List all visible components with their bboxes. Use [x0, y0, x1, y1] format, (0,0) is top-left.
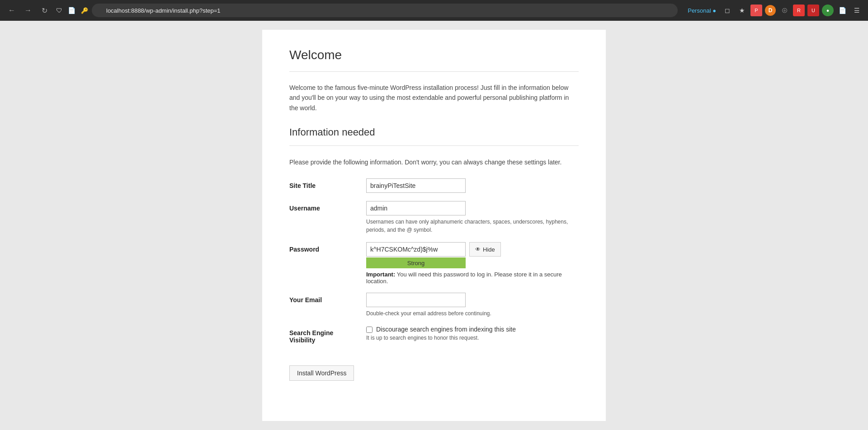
- section-divider: [289, 145, 579, 146]
- hide-password-button[interactable]: 👁 Hide: [469, 242, 501, 257]
- browser-toolbar: Personal ● ◻ ★ P D ⦾ R U ● 📄 ☰: [685, 5, 863, 16]
- password-content: Strong 👁 Hide Important: You will need t…: [366, 242, 579, 285]
- hide-button-label: Hide: [483, 246, 495, 253]
- title-divider: [289, 71, 579, 72]
- extensions-icon[interactable]: ◻: [722, 5, 733, 16]
- addon3-icon[interactable]: ●: [822, 5, 834, 16]
- search-engine-checkbox-label[interactable]: Discourage search engines from indexing …: [376, 326, 516, 333]
- browser-chrome: ← → ↻ 🛡 📄 🔑 Personal ● ◻ ★ P D ⦾ R U ● 📄…: [0, 0, 868, 21]
- password-strength-label: Strong: [407, 260, 425, 266]
- password-input[interactable]: [366, 242, 466, 257]
- password-strength-bar: Strong: [366, 257, 466, 268]
- site-title-input[interactable]: [366, 178, 466, 193]
- search-engine-checkbox-row: Discourage search engines from indexing …: [366, 326, 579, 333]
- menu-icon[interactable]: ☰: [851, 5, 863, 16]
- username-row: Username Usernames can have only alphanu…: [289, 201, 579, 234]
- search-engine-hint: It is up to search engines to honor this…: [366, 335, 579, 341]
- username-input[interactable]: [366, 201, 466, 215]
- addon4-icon[interactable]: 📄: [836, 5, 848, 16]
- email-input[interactable]: [366, 293, 466, 307]
- eye-icon: 👁: [475, 246, 481, 252]
- section-intro: Please provide the following information…: [289, 159, 579, 166]
- addon1-icon[interactable]: R: [793, 5, 805, 16]
- search-engine-label: Search Engine Visibility: [289, 326, 366, 344]
- important-hint: You will need this password to log in. P…: [366, 271, 562, 285]
- site-title-content: [366, 178, 579, 193]
- address-bar-container: [92, 4, 678, 17]
- email-row: Your Email Double-check your email addre…: [289, 293, 579, 318]
- personal-label[interactable]: Personal ●: [685, 5, 719, 16]
- site-title-label: Site Title: [289, 178, 366, 193]
- username-label: Username: [289, 201, 366, 234]
- password-label: Password: [289, 242, 366, 285]
- search-engine-content: Discourage search engines from indexing …: [366, 326, 579, 344]
- profile-button[interactable]: D: [765, 5, 776, 16]
- forward-button[interactable]: →: [22, 4, 34, 17]
- page-title: Welcome: [289, 48, 579, 62]
- search-engine-row: Search Engine Visibility Discourage sear…: [289, 326, 579, 344]
- install-wordpress-button[interactable]: Install WordPress: [289, 365, 354, 381]
- site-title-row: Site Title: [289, 178, 579, 193]
- email-hint: Double-check your email address before c…: [366, 309, 579, 318]
- grid-icon[interactable]: ⦾: [778, 5, 790, 16]
- intro-text: Welcome to the famous five-minute WordPr…: [289, 83, 579, 113]
- document-icon: 📄: [68, 7, 75, 14]
- email-content: Double-check your email address before c…: [366, 293, 579, 318]
- pocket-icon[interactable]: P: [750, 5, 762, 16]
- important-label: Important:: [366, 271, 395, 278]
- shield-icon: 🛡: [56, 7, 62, 14]
- password-row: Password Strong 👁 Hide Important:: [289, 242, 579, 285]
- page-content: Welcome Welcome to the famous five-minut…: [0, 21, 868, 430]
- address-bar[interactable]: [92, 4, 678, 17]
- install-card: Welcome Welcome to the famous five-minut…: [262, 30, 606, 421]
- search-engine-checkbox[interactable]: [366, 327, 373, 333]
- addon2-icon[interactable]: U: [807, 5, 819, 16]
- back-button[interactable]: ←: [5, 4, 18, 17]
- password-important: Important: You will need this password t…: [366, 271, 579, 285]
- password-wrapper: Strong 👁 Hide: [366, 242, 579, 268]
- password-input-group: Strong: [366, 242, 466, 268]
- username-content: Usernames can have only alphanumeric cha…: [366, 201, 579, 234]
- reload-button[interactable]: ↻: [38, 4, 51, 17]
- username-hint: Usernames can have only alphanumeric cha…: [366, 218, 579, 234]
- bookmarks-star-icon[interactable]: ★: [736, 5, 748, 16]
- section-title: Information needed: [289, 126, 579, 138]
- key-icon: 🔑: [81, 7, 88, 14]
- email-label: Your Email: [289, 293, 366, 318]
